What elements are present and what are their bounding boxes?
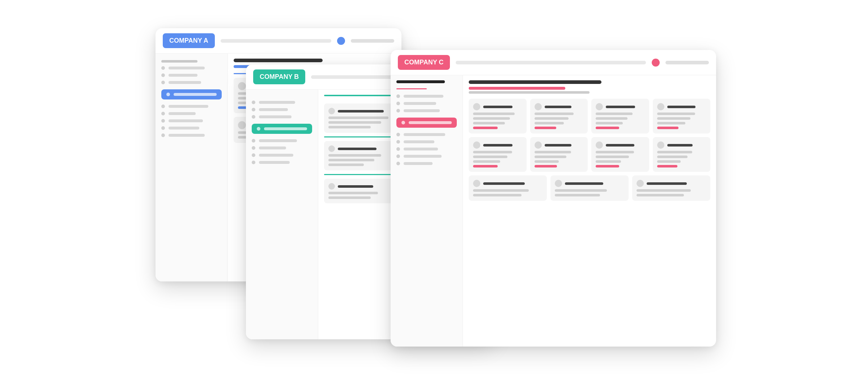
sidebar-b-active-dot [257, 127, 260, 131]
sidebar-b-row3 [252, 115, 312, 119]
header-dot-c [652, 59, 660, 67]
mc-dot-c5 [473, 141, 480, 149]
mc-line-c4c [657, 117, 690, 120]
sidebar-c-line4 [404, 133, 445, 136]
mini-card-c1 [469, 99, 527, 133]
mc-line-c7 [606, 144, 634, 147]
sep-c-title [396, 88, 427, 89]
mc-line-b5b [328, 192, 378, 194]
sidebar-a-row8 [161, 133, 222, 137]
mc-dot-c6 [535, 141, 542, 149]
mc-line-c3 [606, 106, 635, 108]
sidebar-b [246, 90, 318, 339]
mc-line-c10c [555, 194, 600, 196]
main-c [463, 75, 716, 347]
mc-line-c1d [473, 122, 505, 124]
mini-card-c5 [469, 137, 527, 172]
card-c-header: COMPANY C [391, 50, 716, 75]
mc-line-c6b [535, 151, 571, 153]
sidebar-a-row1 [161, 66, 222, 70]
mc-line-c6 [545, 144, 572, 147]
mc-line-b3c [328, 159, 374, 161]
sidebar-b-dot3 [252, 115, 255, 119]
sidebar-b-active-line [264, 127, 307, 130]
header-bar-c [456, 61, 646, 64]
mini-card-c4 [653, 99, 711, 133]
mc-line-c8d [657, 160, 681, 163]
mc-line-c2 [545, 106, 572, 108]
sidebar-c-active[interactable] [396, 118, 457, 128]
mc-line-c3c [596, 117, 627, 120]
mc-line-c8 [667, 144, 693, 147]
sidebar-c-dot3 [396, 109, 400, 113]
sidebar-c-row4 [396, 133, 457, 136]
main-c-title [469, 80, 601, 84]
mc-line-c8c [657, 156, 688, 158]
sidebar-c-dot8 [396, 162, 400, 165]
mc-line-c1b [473, 113, 515, 115]
sidebar-a-active-line [174, 93, 217, 96]
card-a-header: COMPANY A [156, 28, 401, 54]
sidebar-a-line3 [169, 81, 201, 84]
sidebar-a-row5 [161, 112, 222, 115]
sidebar-a-active-dot [166, 93, 170, 96]
sidebar-a-active[interactable] [161, 89, 222, 99]
sidebar-c-active-dot [401, 121, 405, 124]
mc-line-b1c [328, 121, 381, 124]
sidebar-b-active[interactable] [252, 124, 312, 134]
sidebar-c-line8 [404, 162, 433, 165]
mc-line-c8b [657, 151, 693, 153]
mc-line-c10b [555, 189, 607, 192]
sidebar-c-row6 [396, 147, 457, 151]
mc-line-c11c [637, 194, 684, 196]
sidebar-c-title [396, 80, 445, 83]
mc-line-c6c [535, 156, 566, 158]
sidebar-a-row4 [161, 105, 222, 108]
badge-company-b: COMPANY B [253, 69, 305, 84]
mc-line-c1c [473, 117, 510, 120]
mc-line-c9c [473, 194, 522, 196]
mini-card-c10 [550, 175, 629, 201]
card-company-c: COMPANY C [391, 50, 716, 347]
sidebar-b-dot1 [252, 101, 255, 104]
card-c-body [391, 75, 716, 347]
sidebar-a-dot7 [161, 126, 165, 130]
mc-line-c4d [657, 122, 686, 124]
mc-dot-c3 [596, 103, 603, 110]
mc-line-c2d [535, 122, 564, 124]
sidebar-b-line7 [259, 161, 290, 164]
mc-dot-c11 [637, 180, 644, 187]
mc-line-c6d [535, 160, 559, 163]
mc-line-c5 [483, 144, 512, 147]
sidebar-c-line5 [404, 140, 434, 143]
badge-company-a: COMPANY A [163, 33, 215, 48]
sidebar-b-dot2 [252, 108, 255, 111]
mc-dot-b5 [328, 183, 335, 190]
mini-card-c3 [591, 99, 649, 133]
header-tag-c [665, 61, 709, 64]
sidebar-a-dot5 [161, 112, 165, 115]
sidebar-a-line4 [169, 105, 208, 108]
mc-line-c5b [473, 151, 512, 153]
sidebar-c-line3 [404, 109, 440, 112]
mc-dot-c7 [596, 141, 603, 149]
sidebar-c-row2 [396, 102, 457, 105]
sidebar-a-dot8 [161, 133, 165, 137]
mc-line-b3d [328, 164, 364, 166]
sidebar-b-line4 [259, 139, 297, 142]
main-c-sub [469, 87, 565, 90]
sidebar-b-dot7 [252, 161, 255, 164]
sidebar-a-label1 [161, 60, 197, 63]
mc-line-c5c [473, 156, 507, 158]
sidebar-a-dot2 [161, 73, 165, 77]
mc-accent-c4 [657, 127, 679, 129]
sidebar-c-dot6 [396, 147, 400, 151]
sidebar-a-line8 [169, 134, 205, 137]
mc-line-b1d [328, 126, 371, 128]
sidebar-b-line2 [259, 108, 288, 111]
sidebar-c-row7 [396, 154, 457, 158]
mc-line-c5d [473, 160, 500, 163]
mc-line-c11b [637, 189, 691, 192]
mini-card-c7 [591, 137, 649, 172]
sidebar-c-row1 [396, 94, 457, 98]
